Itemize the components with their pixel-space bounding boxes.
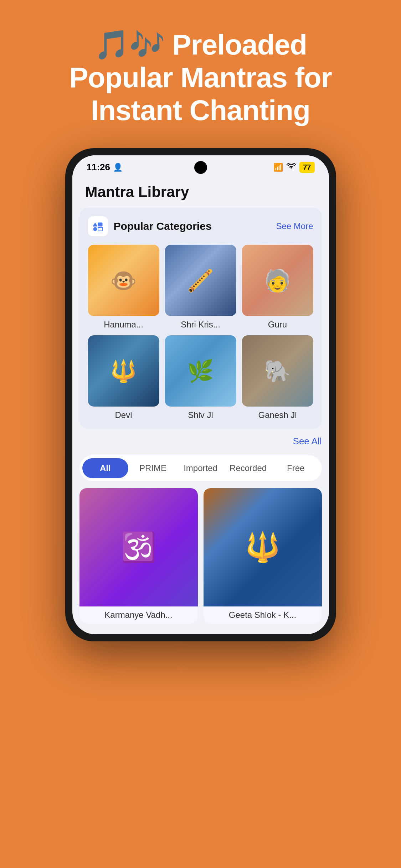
hero-section: 🎵🎶 Preloaded Popular Mantras for Instant… — [0, 0, 401, 148]
hero-title: 🎵🎶 Preloaded Popular Mantras for Instant… — [69, 29, 332, 127]
svg-point-1 — [93, 227, 97, 231]
popular-categories-title: Popular Categories — [114, 220, 212, 232]
categories-icon — [88, 216, 108, 236]
see-more-link[interactable]: See More — [276, 221, 313, 231]
see-all-link[interactable]: See All — [293, 436, 322, 447]
shiv-image: 🌿 — [165, 335, 236, 407]
devi-image: 🔱 — [88, 335, 159, 407]
person-icon: 👤 — [113, 163, 123, 172]
hero-title-line3: Instant Chanting — [91, 94, 310, 126]
signal-icon: 📶 — [273, 163, 283, 172]
categories-grid: 🐵 Hanuma... 🪈 Shri Kris... 🧓 Guru — [88, 245, 313, 420]
shiv-label: Shiv Ji — [188, 410, 213, 420]
category-devi[interactable]: 🔱 Devi — [88, 335, 159, 420]
battery-indicator: 77 — [299, 162, 314, 173]
mantra-geeta[interactable]: 🔱 Geeta Shlok - K... — [204, 488, 322, 624]
wifi-icon — [287, 163, 296, 172]
hero-title-line1: Preloaded — [172, 29, 307, 61]
hanuman-label: Hanuma... — [104, 320, 143, 330]
devi-label: Devi — [115, 410, 132, 420]
phone-screen: 11:26 👤 📶 77 Mantra Library — [72, 155, 329, 634]
ganesh-label: Ganesh Ji — [258, 410, 297, 420]
karmanye-image: 🕉️ — [79, 488, 198, 606]
category-krishna[interactable]: 🪈 Shri Kris... — [165, 245, 236, 330]
status-bar-right: 📶 77 — [273, 162, 314, 173]
tab-prime[interactable]: PRIME — [130, 458, 176, 478]
section-header-left: Popular Categories — [88, 216, 212, 236]
category-shiv[interactable]: 🌿 Shiv Ji — [165, 335, 236, 420]
category-guru[interactable]: 🧓 Guru — [242, 245, 313, 330]
camera-notch — [194, 161, 207, 174]
time-display: 11:26 — [87, 162, 110, 173]
category-hanuman[interactable]: 🐵 Hanuma... — [88, 245, 159, 330]
guru-image: 🧓 — [242, 245, 313, 316]
app-header: Mantra Library — [72, 176, 329, 208]
hero-title-line2: Popular Mantras for — [69, 62, 332, 93]
tab-recorded[interactable]: Recorded — [225, 458, 271, 478]
music-emoji: 🎵🎶 — [94, 29, 165, 61]
tab-all[interactable]: All — [82, 458, 129, 478]
mantras-grid: 🕉️ Karmanye Vadh... 🔱 Geeta Shlok - K... — [79, 488, 322, 634]
geeta-label: Geeta Shlok - K... — [204, 606, 322, 624]
ganesh-image: 🐘 — [242, 335, 313, 407]
section-header: Popular Categories See More — [88, 216, 313, 236]
hanuman-image: 🐵 — [88, 245, 159, 316]
geeta-image: 🔱 — [204, 488, 322, 606]
filter-tabs: All PRIME Imported Recorded Free — [79, 455, 322, 481]
tab-free[interactable]: Free — [273, 458, 319, 478]
status-bar-left: 11:26 👤 — [87, 162, 123, 173]
mantra-karmanye[interactable]: 🕉️ Karmanye Vadh... — [79, 488, 198, 624]
app-title: Mantra Library — [85, 184, 316, 201]
karmanye-label: Karmanye Vadh... — [79, 606, 198, 624]
krishna-image: 🪈 — [165, 245, 236, 316]
tab-imported[interactable]: Imported — [178, 458, 224, 478]
category-ganesh[interactable]: 🐘 Ganesh Ji — [242, 335, 313, 420]
status-bar: 11:26 👤 📶 77 — [72, 155, 329, 176]
popular-categories-section: Popular Categories See More 🐵 Hanuma... … — [79, 208, 322, 429]
see-all-row: See All — [72, 436, 329, 453]
svg-rect-0 — [98, 223, 102, 226]
krishna-label: Shri Kris... — [181, 320, 220, 330]
phone-frame: 11:26 👤 📶 77 Mantra Library — [65, 148, 336, 641]
guru-label: Guru — [268, 320, 287, 330]
